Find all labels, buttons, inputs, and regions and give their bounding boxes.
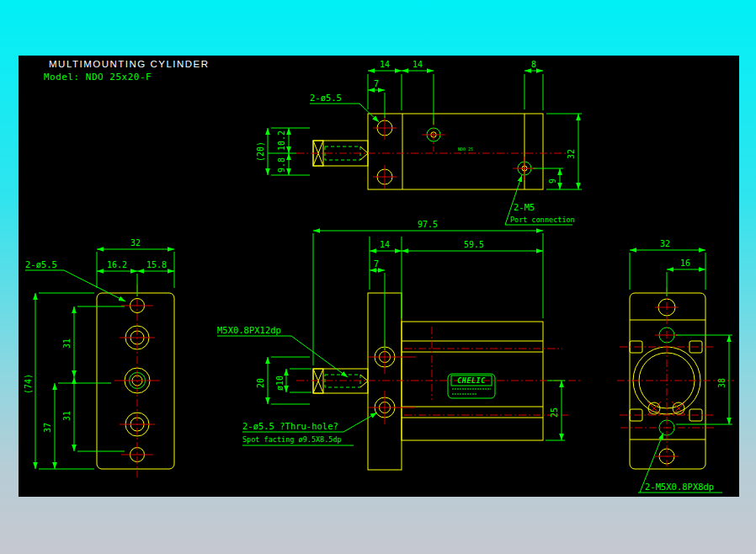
dim-left-height: (74): [24, 374, 33, 394]
label-left-holes: 2-ø5.5: [25, 259, 57, 269]
drawing-sheet: MULTIMOUNTING CYLINDER Model: NDO 25x20-…: [0, 0, 756, 554]
dim-top-port-depth: 9: [548, 178, 557, 184]
dim-front-hole-edge: 7: [374, 259, 379, 269]
dim-top-pitch-a: 14: [380, 60, 390, 69]
brand-logo-text: CHELIC: [457, 376, 486, 385]
label-top-port: 2-M5: [514, 202, 535, 212]
dim-front-plate: 14: [380, 240, 390, 249]
label-front-rod-thread: M5X0.8PX12dp: [217, 325, 281, 335]
dim-right-width: 32: [660, 239, 670, 248]
dim-right-pitch: 38: [717, 378, 727, 388]
dim-front-rod-block: 20: [256, 378, 265, 388]
dim-right-half: 16: [680, 258, 690, 268]
label-top-holes: 2-ø5.5: [310, 93, 342, 103]
label-front-spot-face: Spot facting ø9.5X8.5dp: [242, 435, 342, 444]
dim-left-pitch-bottom: 31: [62, 411, 72, 421]
label-top-port-caption: Port connection: [510, 216, 575, 224]
cad-viewer: MULTIMOUNTING CYLINDER Model: NDO 25x20-…: [0, 0, 756, 554]
dim-top-height: 32: [567, 149, 576, 159]
dim-top-pitch-b: 14: [413, 60, 423, 69]
label-right-thread: 2-M5X0.8PX8dp: [645, 482, 714, 492]
dim-top-rod-upper: 10.2: [277, 131, 286, 151]
dim-top-rod-lower: 9.8: [277, 157, 286, 173]
dim-left-left-half: 16.2: [107, 260, 127, 269]
dim-left-right-half: 15.8: [146, 260, 167, 269]
dim-top-port-edge: 8: [531, 60, 536, 69]
dim-front-total: 97.5: [418, 220, 438, 229]
dim-left-pitch-top: 31: [62, 338, 72, 349]
dim-front-port-offset: 25: [550, 408, 559, 418]
drawing-title: MULTIMOUNTING CYLINDER: [49, 59, 210, 69]
dim-top-rod-len: (20): [256, 141, 265, 162]
dim-front-body: 59.5: [464, 240, 484, 249]
label-front-thru-hole: 2-ø5.5 ?Thru-hole?: [242, 421, 338, 431]
label-top-marking: NDO 25: [458, 146, 473, 152]
dim-left-width: 32: [130, 238, 141, 248]
dim-top-hole-edge: 7: [374, 79, 379, 88]
dim-left-lower: 37: [43, 423, 52, 433]
dim-front-rod-dia: ø10: [275, 376, 285, 391]
model-label: Model: NDO 25x20-F: [44, 72, 152, 83]
